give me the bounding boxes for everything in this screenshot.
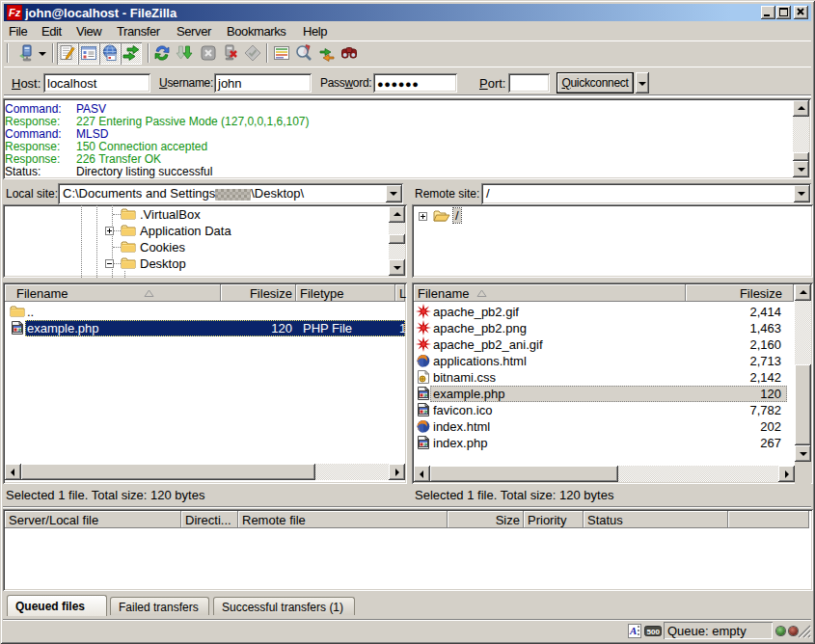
- svg-text:500: 500: [647, 628, 661, 636]
- svg-text:A: A: [629, 625, 637, 636]
- svg-text:Fz: Fz: [9, 7, 21, 18]
